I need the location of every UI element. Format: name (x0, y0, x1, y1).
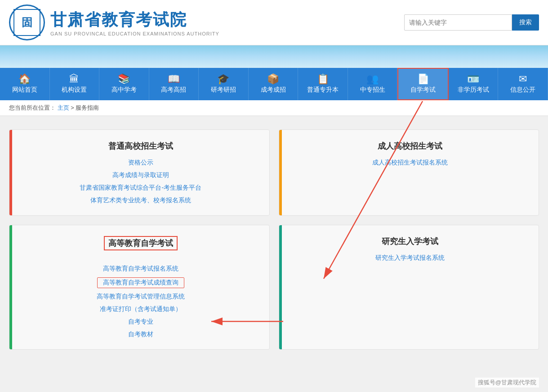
selflearn-icon: 📄 (417, 74, 429, 84)
highschool-icon: 📚 (118, 74, 130, 84)
cards-grid: 普通高校招生考试 资格公示 高考成绩与录取证明 甘肃省国家教育考试综合平台-考生… (9, 129, 539, 350)
adult-card: 成人高校招生考试 成人高校招生考试报名系统 (279, 129, 539, 216)
adult-card-links: 成人高校招生考试报名系统 (295, 159, 526, 167)
research-icon: 🎓 (217, 74, 229, 84)
nav-info[interactable]: ✉ 信息公开 (498, 68, 548, 100)
nav-adult[interactable]: 📦 成考成招 (249, 68, 299, 100)
self-card-title: 高等教育自学考试 (104, 236, 178, 250)
nav-org[interactable]: 🏛 机构设置 (50, 68, 100, 100)
gaokao-card-links: 资格公示 高考成绩与录取证明 甘肃省国家教育考试综合平台-考生服务平台 体育艺术… (26, 159, 256, 205)
graduate-card-links: 研究生入学考试报名系统 (295, 254, 526, 262)
home-icon: 🏠 (18, 74, 31, 84)
self-link-textbook[interactable]: 自考教材 (128, 330, 153, 339)
nav-home[interactable]: 🏠 网站首页 (0, 68, 50, 100)
gaokao-icon: 📖 (168, 74, 180, 84)
sky-banner (0, 45, 548, 68)
adult-link-reg[interactable]: 成人高校招生考试报名系统 (372, 159, 448, 167)
gaokao-card-title: 普通高校招生考试 (26, 141, 256, 151)
breadcrumb: 您当前所在位置： 主页 > 服务指南 (0, 100, 548, 116)
breadcrumb-location: 您当前所在位置： (9, 104, 56, 111)
watermark: 搜狐号@甘肃现代学院 (475, 378, 539, 388)
self-link-score[interactable]: 高等教育自学考试成绩查询 (97, 277, 184, 288)
info-icon: ✉ (519, 74, 527, 84)
breadcrumb-home[interactable]: 主页 (58, 104, 69, 111)
search-input[interactable] (404, 14, 512, 31)
search-button[interactable]: 搜索 (512, 14, 539, 31)
nav-nonacademic[interactable]: 🪪 非学历考试 (449, 68, 499, 100)
nonacademic-icon: 🪪 (467, 74, 479, 84)
gaokao-link-platform[interactable]: 甘肃省国家教育考试综合平台-考生服务平台 (80, 184, 201, 192)
nav-selflearn[interactable]: 📄 自学考试 (397, 68, 449, 100)
gaokao-link-score[interactable]: 高考成绩与录取证明 (112, 171, 169, 179)
graduate-card: 研究生入学考试 研究生入学考试报名系统 (279, 225, 539, 350)
search-area: 搜索 (404, 14, 539, 31)
header: 固 甘肃省教育考试院 GAN SU PROVINCAL EDUCATION EX… (0, 0, 548, 45)
site-subtitle: GAN SU PROVINCAL EDUCATION EXAMINATIONS … (50, 31, 219, 36)
vocational-icon: 👥 (366, 74, 379, 84)
self-link-major[interactable]: 自考专业 (128, 318, 153, 326)
nav-highschool[interactable]: 📚 高中学考 (99, 68, 149, 100)
org-icon: 🏛 (69, 74, 79, 84)
breadcrumb-separator: > (71, 104, 76, 111)
adult-card-title: 成人高校招生考试 (295, 141, 526, 151)
self-link-admit[interactable]: 准考证打印（含考试通知单） (100, 305, 182, 313)
logo-icon: 固 (9, 4, 45, 40)
nav-gaokao[interactable]: 📖 高考高招 (149, 68, 199, 100)
self-card-links: 高等教育自学考试报名系统 高等教育自学考试成绩查询 高等教育自学考试管理信息系统… (26, 265, 256, 339)
logo-area: 固 甘肃省教育考试院 GAN SU PROVINCAL EDUCATION EX… (9, 4, 219, 40)
self-link-mgmt[interactable]: 高等教育自学考试管理信息系统 (97, 293, 185, 301)
gaokao-link-sports[interactable]: 体育艺术类专业统考、校考报名系统 (90, 196, 191, 205)
nav-bar: 🏠 网站首页 🏛 机构设置 📚 高中学考 📖 高考高招 🎓 研考研招 📦 成考成… (0, 68, 548, 100)
graduate-card-title: 研究生入学考试 (295, 236, 526, 247)
breadcrumb-current: 服务指南 (76, 104, 99, 111)
adult-icon: 📦 (267, 74, 279, 84)
self-link-reg[interactable]: 高等教育自学考试报名系统 (103, 265, 178, 273)
self-card: 高等教育自学考试 高等教育自学考试报名系统 高等教育自学考试成绩查询 高等教育自… (9, 225, 270, 350)
nav-vocational[interactable]: 👥 中专招生 (348, 68, 398, 100)
graduate-link-reg[interactable]: 研究生入学考试报名系统 (375, 254, 445, 262)
gaokao-link-qualif[interactable]: 资格公示 (128, 159, 153, 167)
site-title: 甘肃省教育考试院 (50, 9, 219, 31)
nav-research[interactable]: 🎓 研考研招 (199, 68, 249, 100)
main-content: 普通高校招生考试 资格公示 高考成绩与录取证明 甘肃省国家教育考试综合平台-考生… (0, 116, 548, 363)
gaokao-card: 普通高校招生考试 资格公示 高考成绩与录取证明 甘肃省国家教育考试综合平台-考生… (9, 129, 270, 216)
upgrade-icon: 📋 (317, 74, 329, 84)
nav-upgrade[interactable]: 📋 普通专升本 (298, 68, 348, 100)
